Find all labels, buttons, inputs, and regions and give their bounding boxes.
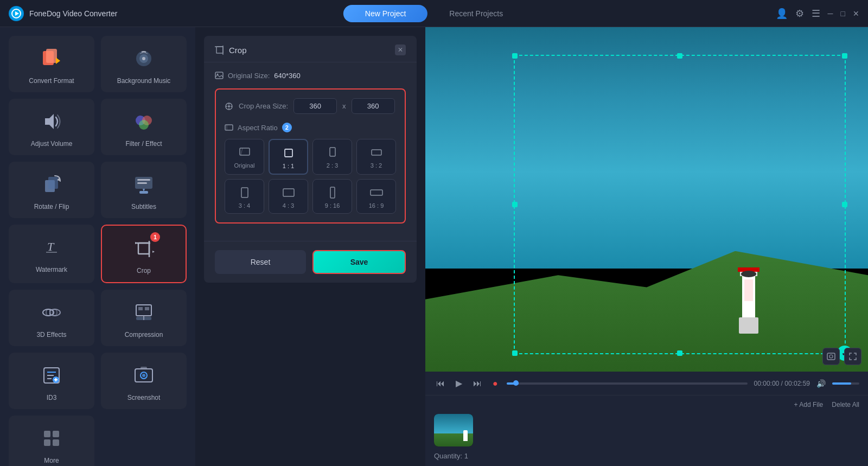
crop-handle-tm[interactable] [677,53,682,59]
aspect-btn-3-2[interactable]: 3 : 2 [356,139,396,175]
crop-height-input[interactable] [352,98,395,114]
dialog-close-button[interactable]: ✕ [395,44,406,55]
time-total: 00:02:59 [784,380,810,387]
subtitles-icon-area [131,171,157,197]
sidebar-label-id3: ID3 [47,394,57,401]
app-logo [9,6,24,21]
aspect-3-2-label: 3 : 2 [371,162,382,169]
svg-rect-27 [47,310,49,315]
crop-dialog-icon [215,45,225,55]
volume-btn[interactable]: 🔊 [816,379,826,388]
titlebar-right: 👤 ⚙ ☰ ─ □ ✕ [776,8,859,20]
svg-rect-64 [330,148,335,156]
sidebar-label-crop: Crop [137,267,151,275]
save-button[interactable]: Save [312,250,406,274]
svg-rect-3 [46,49,57,63]
sidebar-item-compression[interactable]: Compression [101,290,187,346]
aspect-btn-4-3[interactable]: 4 : 3 [269,179,308,214]
skip-forward-btn[interactable]: ⏭ [471,376,484,391]
sidebar-item-more[interactable]: More [9,416,94,466]
sidebar-label-watermark: Watermark [36,266,67,273]
sidebar-item-subtitles[interactable]: Subtitles [101,162,187,218]
aspect-ratio-icon [225,123,233,132]
sidebar-label-compression: Compression [125,331,163,339]
svg-rect-13 [137,179,150,181]
reset-button[interactable]: Reset [215,250,306,274]
sidebar-item-rotate-flip[interactable]: Rotate / Flip [9,162,94,218]
sidebar-item-id3[interactable]: ID3 [9,353,94,409]
crop-handle-mr[interactable] [842,202,847,207]
aspect-btn-9-16[interactable]: 9 : 16 [312,179,352,214]
titlebar-tabs: New Project Recent Projects [343,5,525,22]
svg-rect-30 [145,307,149,310]
id3-icon-area [39,362,65,388]
fullscreen-btn[interactable] [844,348,861,365]
crop-area-icon [225,102,233,111]
play-btn[interactable]: ▶ [454,376,464,391]
record-btn[interactable]: ● [490,376,500,391]
sidebar-item-crop[interactable]: 1 Crop [101,225,187,283]
sidebar-item-background-music[interactable]: Background Music [101,36,187,92]
sidebar-item-watermark[interactable]: T Watermark [9,225,94,283]
original-size-label: Original Size: [228,72,270,80]
titlebar-left: FoneDog Video Converter [9,6,117,21]
aspect-4-3-icon [282,186,295,199]
sidebar-item-convert-format[interactable]: Convert Format [9,36,94,92]
maximize-icon[interactable]: □ [841,9,845,18]
crop-handle-ml[interactable] [512,202,518,207]
aspect-2-3-icon [326,146,339,159]
aspect-original-icon [238,146,251,159]
close-icon[interactable]: ✕ [853,9,859,18]
skip-back-btn[interactable]: ⏮ [434,376,447,391]
aspect-btn-2-3[interactable]: 2 : 3 [312,139,352,175]
dialog-body: Original Size: 640*360 Crop Area [204,62,417,241]
video-area: ✓ ⏮ ▶ ⏭ ● [425,27,868,466]
menu-icon[interactable]: ☰ [812,8,820,20]
volume-bar[interactable] [832,382,859,385]
aspect-btn-3-4[interactable]: 3 : 4 [225,179,264,214]
svg-point-9 [139,120,149,130]
crop-handle-bl[interactable] [512,350,518,356]
settings-icon[interactable]: ⚙ [795,8,804,20]
aspect-ratio-header: Aspect Ratio 2 [225,123,396,132]
sidebar-item-3d-effects[interactable]: 3D Effects [9,290,94,346]
svg-point-77 [829,355,833,358]
timeline-bar[interactable] [507,382,748,385]
aspect-2-3-label: 2 : 3 [327,162,338,169]
watermark-icon-area: T [39,234,65,260]
file-thumbnail-1[interactable] [434,414,473,446]
sidebar-label-filter-effect: Filter / Effect [125,140,162,148]
svg-rect-76 [827,353,835,360]
svg-rect-68 [330,187,335,198]
tab-recent-projects[interactable]: Recent Projects [427,5,525,22]
svg-rect-67 [283,189,294,196]
video-preview: ✓ [425,27,868,372]
aspect-btn-16-9[interactable]: 16 : 9 [356,179,396,214]
aspect-ratio-section: Aspect Ratio 2 [225,123,396,214]
screenshot-video-btn[interactable] [822,348,840,365]
thumb-lighthouse [463,430,468,441]
timeline-dot [513,380,519,386]
compression-icon-area [131,299,157,325]
sidebar-label-subtitles: Subtitles [131,203,156,210]
crop-width-input[interactable] [293,98,337,114]
crop-handle-bm[interactable] [677,350,682,356]
video-controls: ⏮ ▶ ⏭ ● 00:00:00 / 00:02:59 🔊 [425,372,868,395]
titlebar: FoneDog Video Converter New Project Rece… [0,0,868,27]
svg-rect-18 [138,243,149,254]
sidebar-item-screenshot[interactable]: Screenshot [101,353,187,409]
sidebar-item-adjust-volume[interactable]: Adjust Volume [9,99,94,155]
aspect-btn-1-1[interactable]: 1 : 1 [269,139,308,175]
aspect-btn-original[interactable]: Original [225,139,264,175]
sidebar-item-filter-effect[interactable]: Filter / Effect [101,99,187,155]
sidebar: Convert Format Background Music [0,27,195,466]
user-icon[interactable]: 👤 [776,8,788,20]
crop-handle-tl[interactable] [512,53,518,59]
crop-handle-tr[interactable] [842,53,847,59]
svg-rect-59 [225,125,233,130]
sidebar-label-more: More [44,457,59,464]
delete-all-button[interactable]: Delete All [832,401,859,408]
minimize-icon[interactable]: ─ [828,9,833,18]
add-file-button[interactable]: + Add File [794,401,824,408]
tab-new-project[interactable]: New Project [343,5,427,22]
